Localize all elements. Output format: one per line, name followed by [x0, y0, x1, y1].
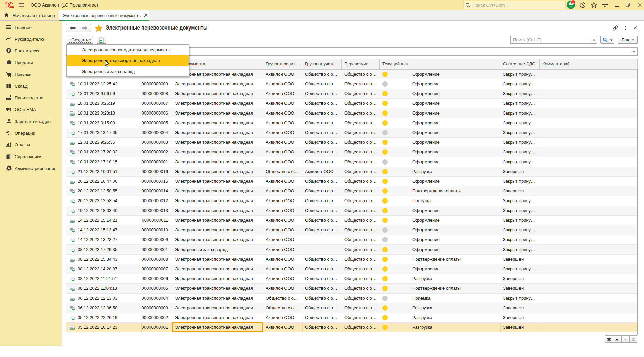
- svg-text:1: 1: [572, 1, 574, 4]
- svg-text:Кт: Кт: [8, 133, 11, 136]
